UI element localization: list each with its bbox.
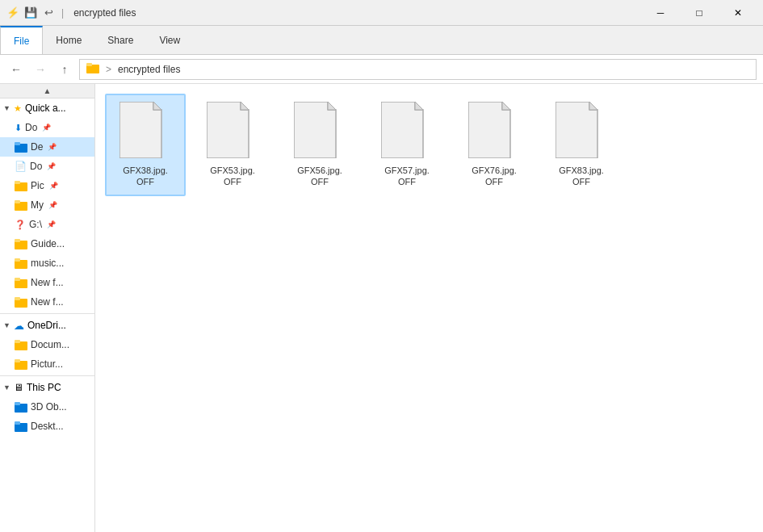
maximize-button[interactable]: □ xyxy=(681,0,718,26)
sidebar-item-pictures[interactable]: Pic 📌 xyxy=(0,176,94,195)
sidebar-item-new1[interactable]: New f... xyxy=(0,273,94,292)
3dobjects-label: 3D Ob... xyxy=(31,401,67,413)
sidebar: ▲ ▼ ★ Quick a... ⬇ Do 📌 De 📌 📄 Do 📌 Pi xyxy=(0,84,95,532)
svg-rect-1 xyxy=(86,63,92,66)
tab-share[interactable]: Share xyxy=(94,26,146,54)
computer-icon: 🖥 xyxy=(14,382,23,393)
ribbon: File Home Share View xyxy=(0,26,763,55)
guides-label: Guide... xyxy=(31,238,65,249)
file-icon-gfx38 xyxy=(119,102,171,161)
sidebar-section-onedrive[interactable]: ▼ ☁ OneDri... xyxy=(0,316,94,335)
svg-marker-33 xyxy=(502,102,510,110)
downloads-label: Do xyxy=(25,122,37,133)
sidebar-divider-2 xyxy=(0,375,94,376)
back-button[interactable]: ← xyxy=(6,60,26,79)
file-name-gfx53: GFX53.jpg.OFF xyxy=(210,165,255,188)
file-item-gfx57[interactable]: GFX57.jpg.OFF xyxy=(367,94,447,196)
quick-access-chevron: ▼ xyxy=(3,104,10,112)
sidebar-item-desktop2[interactable]: Deskt... xyxy=(0,417,94,436)
gdrive-icon: ❓ xyxy=(15,220,26,230)
svg-rect-15 xyxy=(15,297,20,300)
content-area: GFX38.jpg.OFF GFX53.jpg.OFF xyxy=(95,84,763,532)
doc-icon: 📄 xyxy=(15,161,27,172)
star-icon: ★ xyxy=(14,103,22,114)
svg-rect-7 xyxy=(15,200,20,203)
onedrive-chevron: ▼ xyxy=(3,321,10,329)
minimize-button[interactable]: ─ xyxy=(642,0,679,26)
folder-yellow-icon-opics xyxy=(15,358,27,370)
undo-icon[interactable]: ↩ xyxy=(42,6,55,19)
onedrive-label: OneDri... xyxy=(27,320,66,331)
pin-icon-docs: 📌 xyxy=(47,162,56,170)
file-icon-gfx53 xyxy=(207,102,258,161)
doc-svg-gfx56 xyxy=(294,102,341,158)
onedrive-pics-label: Pictur... xyxy=(31,358,63,370)
file-item-gfx83[interactable]: GFX83.jpg.OFF xyxy=(541,94,622,196)
address-bar: ← → ↑ > encrypted files xyxy=(0,55,763,84)
file-item-gfx53[interactable]: GFX53.jpg.OFF xyxy=(192,94,273,196)
file-name-gfx83: GFX83.jpg.OFF xyxy=(559,165,604,188)
sidebar-item-documents[interactable]: 📄 Do 📌 xyxy=(0,157,94,176)
folder-yellow-icon-odocs xyxy=(15,339,27,350)
doc-svg-gfx83 xyxy=(555,102,602,158)
onedrive-docs-label: Docum... xyxy=(31,339,69,350)
file-icon-gfx76 xyxy=(468,102,520,161)
documents-label: Do xyxy=(30,161,42,172)
sidebar-item-guides[interactable]: Guide... xyxy=(0,234,94,253)
desktop-label: De xyxy=(31,141,43,153)
file-item-gfx38[interactable]: GFX38.jpg.OFF xyxy=(105,94,186,196)
scroll-up-button[interactable]: ▲ xyxy=(0,84,94,98)
folder-yellow-icon-pic xyxy=(15,180,27,191)
thispc-chevron: ▼ xyxy=(3,383,10,392)
svg-rect-5 xyxy=(15,181,20,184)
tab-view[interactable]: View xyxy=(146,26,193,54)
pictures-label: Pic xyxy=(31,180,44,191)
sidebar-section-thispc[interactable]: ▼ 🖥 This PC xyxy=(0,378,94,397)
current-folder-label: encrypted files xyxy=(118,64,180,75)
quick-access-icon[interactable]: ⚡ xyxy=(6,6,19,19)
folder-yellow-icon-new2 xyxy=(15,296,27,308)
file-name-gfx57: GFX57.jpg.OFF xyxy=(384,165,430,188)
sidebar-section-quick-access[interactable]: ▼ ★ Quick a... xyxy=(0,98,94,118)
sidebar-item-new2[interactable]: New f... xyxy=(0,292,94,312)
svg-marker-31 xyxy=(415,102,423,110)
tab-file[interactable]: File xyxy=(0,26,43,54)
doc-svg-gfx53 xyxy=(207,102,254,158)
pin-icon-pics: 📌 xyxy=(49,182,58,190)
file-item-gfx56[interactable]: GFX56.jpg.OFF xyxy=(279,94,360,196)
svg-rect-21 xyxy=(15,402,20,405)
gdrive-label: G:\ xyxy=(29,219,42,230)
path-folder-icon xyxy=(86,62,99,76)
svg-marker-29 xyxy=(328,102,336,110)
files-grid: GFX38.jpg.OFF GFX53.jpg.OFF xyxy=(102,90,757,199)
title-bar-icons: ⚡ 💾 ↩ xyxy=(6,6,55,19)
sidebar-item-onedrive-docs[interactable]: Docum... xyxy=(0,335,94,354)
title-bar: ⚡ 💾 ↩ | encrypted files ─ □ ✕ xyxy=(0,0,763,26)
window-controls: ─ □ ✕ xyxy=(642,0,757,26)
new2-label: New f... xyxy=(31,296,64,308)
sidebar-item-gdrive[interactable]: ❓ G:\ 📌 xyxy=(0,215,94,234)
save-icon[interactable]: 💾 xyxy=(24,6,37,19)
svg-marker-25 xyxy=(153,102,161,110)
folder-blue-icon-3d xyxy=(15,401,27,413)
close-button[interactable]: ✕ xyxy=(719,0,757,26)
folder-blue-icon-desktop2 xyxy=(15,421,27,432)
file-name-gfx76: GFX76.jpg.OFF xyxy=(472,165,517,188)
sidebar-item-3dobjects[interactable]: 3D Ob... xyxy=(0,397,94,417)
sidebar-item-my[interactable]: My 📌 xyxy=(0,195,94,215)
folder-yellow-icon-my xyxy=(15,199,27,211)
sidebar-item-music[interactable]: music... xyxy=(0,253,94,273)
forward-button[interactable]: → xyxy=(31,60,50,79)
cloud-icon: ☁ xyxy=(14,320,24,332)
sidebar-item-desktop[interactable]: De 📌 xyxy=(0,137,94,157)
pin-icon: 📌 xyxy=(42,124,51,132)
sidebar-item-onedrive-pics[interactable]: Pictur... xyxy=(0,354,94,374)
svg-rect-3 xyxy=(15,142,20,145)
up-button[interactable]: ↑ xyxy=(55,60,74,79)
file-item-gfx76[interactable]: GFX76.jpg.OFF xyxy=(454,94,535,196)
file-name-gfx56: GFX56.jpg.OFF xyxy=(297,165,342,188)
tab-home[interactable]: Home xyxy=(43,26,94,54)
file-icon-gfx57 xyxy=(381,102,433,161)
address-path[interactable]: > encrypted files xyxy=(79,59,757,80)
sidebar-item-downloads[interactable]: ⬇ Do 📌 xyxy=(0,118,94,137)
